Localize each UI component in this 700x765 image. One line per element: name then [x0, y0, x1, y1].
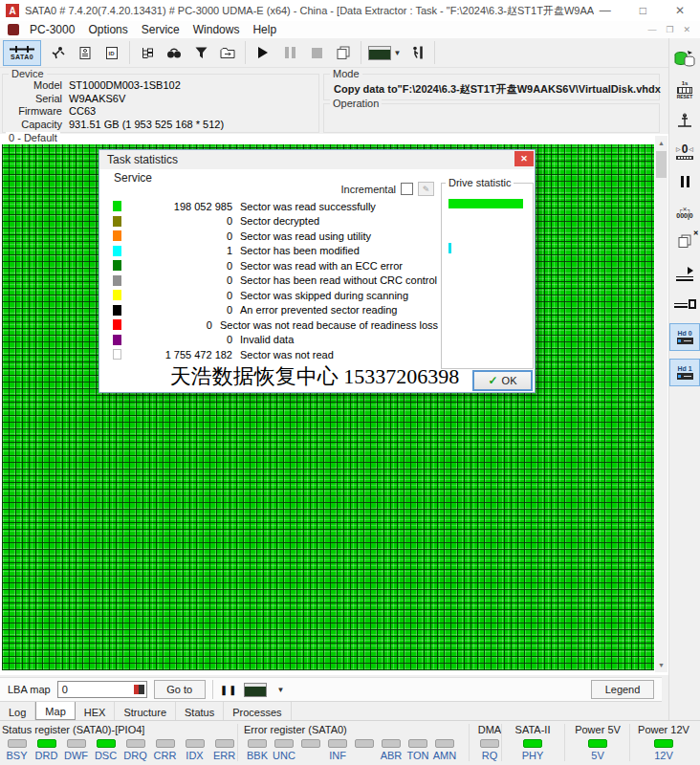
stop-button[interactable] — [303, 40, 330, 65]
dma-group: DMARQ — [469, 724, 504, 761]
led-cell: TON — [405, 737, 431, 761]
inf-led — [328, 739, 347, 748]
device-row-value: CC63 — [69, 105, 96, 119]
dialog-title-bar[interactable]: Task statistics ✕ — [99, 150, 535, 169]
toolbar-separator — [361, 41, 361, 64]
rq-led — [480, 739, 499, 748]
script-info-button[interactable] — [72, 40, 98, 65]
led-cell: ERR — [209, 737, 239, 761]
toolbar-separator — [129, 41, 130, 64]
bbk-led — [248, 739, 267, 748]
statistic-count: 0 — [125, 290, 232, 301]
bsy-led — [8, 739, 27, 748]
maximize-button[interactable]: □ — [640, 4, 646, 17]
search-button[interactable] — [161, 40, 187, 65]
group-title: Error register (SATA0) — [244, 724, 458, 737]
unnamed-led — [301, 739, 320, 748]
close-button[interactable]: ✕ — [675, 4, 685, 17]
lba-input[interactable]: 0 — [57, 681, 147, 698]
minimize-button[interactable]: — — [600, 4, 611, 17]
map-thumbnail-icon — [368, 46, 391, 60]
ata-play-icon — [676, 267, 693, 281]
led-cell: DRQ — [120, 737, 150, 761]
legend-button[interactable]: Legend — [591, 680, 654, 699]
statistic-count: 1 755 472 182 — [125, 349, 232, 361]
mdi-close-button[interactable]: ✕ — [683, 25, 690, 34]
tab-status[interactable]: Status — [176, 702, 224, 720]
recalibrate-button[interactable]: ▷0◁ — [671, 140, 698, 163]
edit-pencil-icon[interactable]: ✎ — [418, 182, 434, 196]
tab-processes[interactable]: Processes — [224, 702, 291, 720]
statistic-count: 0 — [125, 260, 232, 272]
chevron-down-icon[interactable]: ▼ — [276, 686, 284, 694]
statistic-label: Invalid data — [240, 334, 294, 345]
dwf-led — [67, 739, 86, 748]
drive-id-button[interactable]: ID — [98, 40, 125, 65]
map-pause-button[interactable]: ❚❚ — [220, 685, 238, 695]
ata-run-button[interactable] — [671, 262, 698, 285]
incremental-checkbox[interactable] — [401, 183, 413, 195]
map-view-button[interactable]: ▼ — [365, 40, 404, 65]
plug-icon — [674, 299, 696, 309]
tab-hex[interactable]: HEX — [76, 702, 116, 720]
filter-button[interactable] — [187, 40, 214, 65]
pause-button[interactable] — [276, 40, 303, 65]
statistic-count: 0 — [125, 274, 232, 286]
operation-group: Operation — [323, 103, 660, 133]
sata0-port-button[interactable]: SATA0 — [3, 40, 41, 66]
menu-windows[interactable]: Windows — [186, 22, 247, 37]
utility-tools-button[interactable] — [45, 40, 72, 65]
start-button[interactable] — [250, 40, 276, 65]
exit-task-button[interactable] — [404, 40, 430, 65]
menu-pc-3000[interactable]: PC-3000 — [23, 22, 81, 37]
interface-button[interactable] — [671, 293, 698, 316]
info-panel: Device ModelST1000DM003-1SB102SerialW9AA… — [0, 68, 666, 134]
led-cell: CRR — [150, 737, 180, 761]
led-cell: BSY — [2, 737, 32, 761]
dialog-menu-service[interactable]: Service — [107, 170, 159, 186]
scrollbar-thumb[interactable] — [656, 151, 667, 178]
power-drive-button[interactable] — [671, 48, 698, 71]
status-register-group: Status register (SATA0)-[PIO4]BSYDRDDWFD… — [2, 724, 239, 761]
menu-options[interactable]: Options — [81, 22, 134, 37]
clear-buffers-button[interactable]: ✕ — [671, 231, 698, 254]
ok-button[interactable]: ✓ OK — [472, 370, 533, 391]
scroll-down-icon[interactable]: ▼ — [655, 658, 667, 672]
map-scrollbar[interactable]: ▲ ▼ — [655, 136, 667, 672]
head-tools-button[interactable] — [671, 109, 698, 132]
dialog-title: Task statistics — [107, 153, 178, 166]
goto-button[interactable]: Go to — [154, 680, 206, 699]
mdi-restore-button[interactable]: ❐ — [666, 25, 673, 34]
head-1-button[interactable]: Hd 1 — [669, 359, 700, 386]
legend-color-swatch — [113, 260, 121, 271]
tab-log[interactable]: Log — [0, 702, 35, 720]
led-cell: DWF — [61, 737, 91, 761]
group-title: DMA — [475, 724, 504, 737]
app-window: A SATA0 # 7.4.20(7.4.20.13431) # PC-3000… — [0, 0, 700, 765]
head-0-button[interactable]: Hd 0 — [669, 323, 700, 351]
statistic-count: 0 — [125, 304, 232, 316]
pause-icon — [285, 47, 295, 58]
map-style-thumbnail[interactable] — [244, 683, 267, 697]
mdi-minimize-button[interactable]: — — [647, 25, 656, 34]
dialog-close-button[interactable]: ✕ — [514, 151, 534, 166]
menu-service[interactable]: Service — [135, 22, 186, 37]
led-label: RQ — [482, 750, 498, 761]
task-tree-button[interactable] — [134, 40, 161, 65]
led-cell: IDX — [180, 737, 209, 761]
statistic-label: Sector was read using utility — [240, 230, 371, 242]
sleep-pause-button[interactable] — [671, 170, 698, 193]
led-label: CRR — [154, 750, 177, 761]
export-folder-button[interactable] — [214, 40, 241, 65]
tab-map[interactable]: Map — [35, 702, 75, 720]
counter-button[interactable]: ┌✕┐ 000|0 — [671, 201, 698, 224]
tab-structure[interactable]: Structure — [115, 702, 176, 720]
lba-input-value: 0 — [62, 684, 68, 695]
head-tool-icon — [676, 113, 693, 128]
menu-help[interactable]: Help — [246, 22, 283, 37]
scroll-up-icon[interactable]: ▲ — [655, 136, 667, 150]
reset-button[interactable]: 1s RESET — [671, 78, 698, 101]
statistic-row: 0Sector decrypted — [113, 214, 438, 230]
group-title: Status register (SATA0)-[PIO4] — [2, 724, 239, 737]
copy-tasks-button[interactable] — [330, 40, 357, 65]
